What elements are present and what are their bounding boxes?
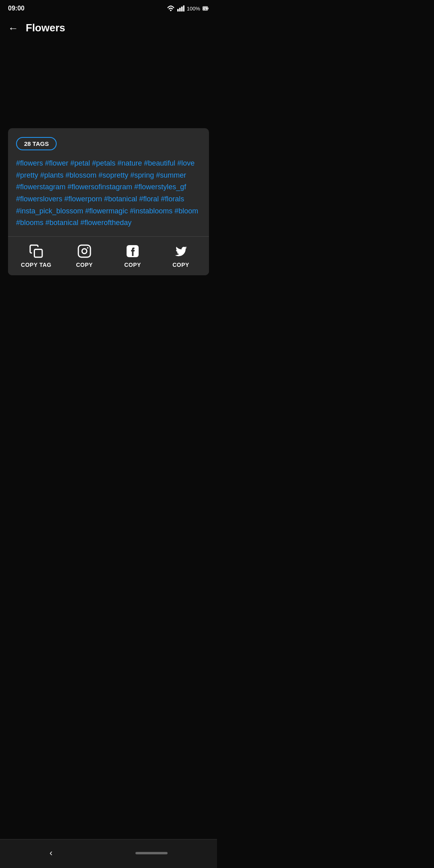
copy-tag-button[interactable]: COPY TAG [20, 244, 52, 268]
svg-rect-8 [35, 250, 43, 258]
svg-point-11 [87, 247, 88, 249]
svg-point-10 [82, 249, 87, 254]
copy-instagram-label: COPY [76, 262, 93, 268]
tags-card: 28 TAGS #flowers #flower #petal #petals … [8, 128, 209, 275]
instagram-icon [77, 244, 92, 258]
svg-rect-1 [179, 8, 181, 12]
signal-icon [177, 5, 184, 12]
wifi-icon [167, 5, 175, 12]
copy-twitter-label: COPY [172, 262, 189, 268]
tags-text: #flowers #flower #petal #petals #nature … [16, 158, 201, 229]
svg-rect-2 [181, 7, 183, 12]
header: ← Flowers [0, 16, 217, 40]
svg-rect-3 [183, 6, 184, 12]
copy-facebook-button[interactable]: COPY [117, 244, 149, 268]
back-button[interactable]: ← [8, 23, 18, 33]
card-body: 28 TAGS #flowers #flower #petal #petals … [8, 128, 209, 236]
copy-tag-label: COPY TAG [21, 262, 51, 268]
tags-badge: 28 TAGS [16, 137, 57, 150]
action-bar: COPY TAG COPY COPY COPY [8, 237, 209, 275]
status-time: 09:00 [8, 5, 25, 12]
svg-rect-6 [208, 8, 209, 9]
svg-rect-0 [177, 9, 179, 12]
status-icons: 100% [167, 5, 209, 12]
battery-text: 100% [187, 6, 200, 12]
battery-icon [203, 5, 209, 12]
svg-rect-9 [78, 245, 90, 257]
copy-tag-icon [29, 244, 43, 258]
spacer [0, 40, 217, 128]
twitter-icon [174, 244, 188, 258]
page-title: Flowers [26, 22, 65, 34]
facebook-icon [125, 244, 140, 258]
copy-twitter-button[interactable]: COPY [165, 244, 197, 268]
copy-facebook-label: COPY [124, 262, 141, 268]
copy-instagram-button[interactable]: COPY [68, 244, 100, 268]
status-bar: 09:00 100% [0, 0, 217, 16]
